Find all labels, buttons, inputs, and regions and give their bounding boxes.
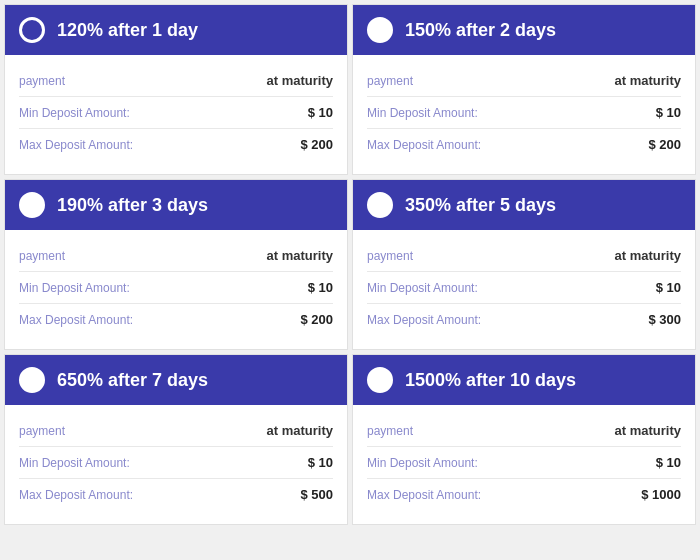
payment-value: at maturity: [267, 248, 333, 263]
payment-label: payment: [19, 424, 65, 438]
max-deposit-row: Max Deposit Amount: $ 1000: [367, 479, 681, 510]
plan-icon: [367, 367, 393, 393]
min-deposit-value: $ 10: [308, 280, 333, 295]
min-deposit-label: Min Deposit Amount:: [367, 106, 478, 120]
max-deposit-row: Max Deposit Amount: $ 200: [19, 304, 333, 335]
payment-value: at maturity: [615, 423, 681, 438]
max-deposit-row: Max Deposit Amount: $ 200: [19, 129, 333, 160]
payment-value: at maturity: [267, 423, 333, 438]
card-body: payment at maturity Min Deposit Amount: …: [353, 230, 695, 349]
max-deposit-value: $ 500: [300, 487, 333, 502]
min-deposit-row: Min Deposit Amount: $ 10: [367, 447, 681, 479]
payment-row: payment at maturity: [367, 65, 681, 97]
payment-label: payment: [367, 424, 413, 438]
max-deposit-value: $ 200: [300, 137, 333, 152]
min-deposit-value: $ 10: [656, 455, 681, 470]
payment-value: at maturity: [615, 248, 681, 263]
payment-label: payment: [19, 249, 65, 263]
payment-label: payment: [367, 74, 413, 88]
max-deposit-label: Max Deposit Amount:: [19, 313, 133, 327]
max-deposit-value: $ 300: [648, 312, 681, 327]
plan-title: 650% after 7 days: [57, 370, 208, 391]
max-deposit-row: Max Deposit Amount: $ 300: [367, 304, 681, 335]
payment-row: payment at maturity: [19, 240, 333, 272]
plan-title: 120% after 1 day: [57, 20, 198, 41]
min-deposit-value: $ 10: [308, 105, 333, 120]
payment-row: payment at maturity: [19, 65, 333, 97]
max-deposit-value: $ 1000: [641, 487, 681, 502]
max-deposit-label: Max Deposit Amount:: [367, 313, 481, 327]
card-header: 120% after 1 day: [5, 5, 347, 55]
payment-label: payment: [19, 74, 65, 88]
card-header: 150% after 2 days: [353, 5, 695, 55]
card-header: 190% after 3 days: [5, 180, 347, 230]
plan-title: 350% after 5 days: [405, 195, 556, 216]
max-deposit-label: Max Deposit Amount:: [19, 138, 133, 152]
plan-icon: [367, 17, 393, 43]
max-deposit-label: Max Deposit Amount:: [367, 488, 481, 502]
card-header: 350% after 5 days: [353, 180, 695, 230]
card-body: payment at maturity Min Deposit Amount: …: [353, 405, 695, 524]
payment-row: payment at maturity: [367, 240, 681, 272]
min-deposit-label: Min Deposit Amount:: [19, 281, 130, 295]
min-deposit-row: Min Deposit Amount: $ 10: [19, 272, 333, 304]
card-header: 1500% after 10 days: [353, 355, 695, 405]
card-body: payment at maturity Min Deposit Amount: …: [5, 230, 347, 349]
investment-card-1[interactable]: 120% after 1 day payment at maturity Min…: [4, 4, 348, 175]
payment-row: payment at maturity: [19, 415, 333, 447]
payment-row: payment at maturity: [367, 415, 681, 447]
card-header: 650% after 7 days: [5, 355, 347, 405]
card-body: payment at maturity Min Deposit Amount: …: [5, 405, 347, 524]
payment-label: payment: [367, 249, 413, 263]
plan-icon: [367, 192, 393, 218]
plan-icon: [19, 367, 45, 393]
investment-card-2[interactable]: 150% after 2 days payment at maturity Mi…: [352, 4, 696, 175]
card-body: payment at maturity Min Deposit Amount: …: [353, 55, 695, 174]
min-deposit-row: Min Deposit Amount: $ 10: [19, 97, 333, 129]
payment-value: at maturity: [267, 73, 333, 88]
min-deposit-label: Min Deposit Amount:: [19, 456, 130, 470]
plan-title: 150% after 2 days: [405, 20, 556, 41]
plan-icon: [19, 17, 45, 43]
plan-title: 190% after 3 days: [57, 195, 208, 216]
max-deposit-label: Max Deposit Amount:: [367, 138, 481, 152]
card-body: payment at maturity Min Deposit Amount: …: [5, 55, 347, 174]
max-deposit-row: Max Deposit Amount: $ 200: [367, 129, 681, 160]
min-deposit-label: Min Deposit Amount:: [367, 456, 478, 470]
investment-card-5[interactable]: 650% after 7 days payment at maturity Mi…: [4, 354, 348, 525]
max-deposit-row: Max Deposit Amount: $ 500: [19, 479, 333, 510]
min-deposit-row: Min Deposit Amount: $ 10: [19, 447, 333, 479]
investment-card-4[interactable]: 350% after 5 days payment at maturity Mi…: [352, 179, 696, 350]
max-deposit-value: $ 200: [648, 137, 681, 152]
investment-card-3[interactable]: 190% after 3 days payment at maturity Mi…: [4, 179, 348, 350]
min-deposit-row: Min Deposit Amount: $ 10: [367, 97, 681, 129]
min-deposit-value: $ 10: [656, 280, 681, 295]
min-deposit-row: Min Deposit Amount: $ 10: [367, 272, 681, 304]
min-deposit-label: Min Deposit Amount:: [367, 281, 478, 295]
min-deposit-label: Min Deposit Amount:: [19, 106, 130, 120]
min-deposit-value: $ 10: [308, 455, 333, 470]
investment-plans-grid: 120% after 1 day payment at maturity Min…: [0, 0, 700, 529]
max-deposit-label: Max Deposit Amount:: [19, 488, 133, 502]
min-deposit-value: $ 10: [656, 105, 681, 120]
max-deposit-value: $ 200: [300, 312, 333, 327]
plan-title: 1500% after 10 days: [405, 370, 576, 391]
investment-card-6[interactable]: 1500% after 10 days payment at maturity …: [352, 354, 696, 525]
plan-icon: [19, 192, 45, 218]
payment-value: at maturity: [615, 73, 681, 88]
